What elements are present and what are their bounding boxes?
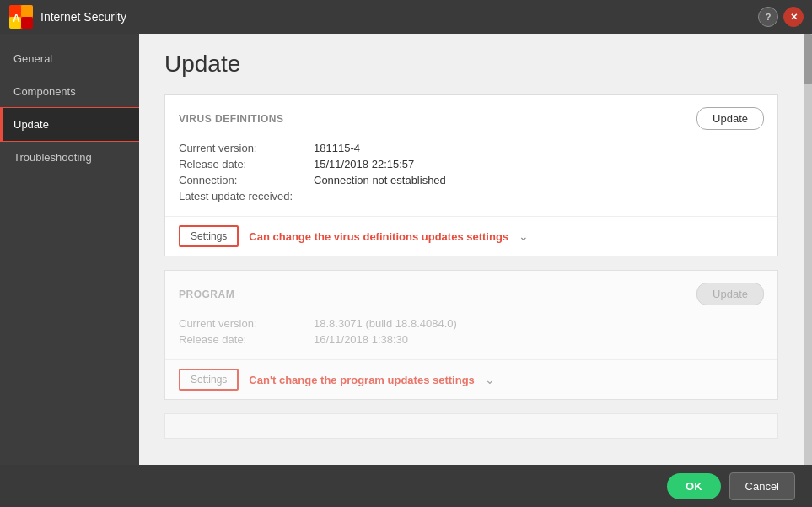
- virus-connection-value: Connection not established: [314, 174, 446, 186]
- program-section-title: PROGRAM: [179, 289, 234, 300]
- virus-current-version-row: Current version: 181115-4: [179, 142, 764, 154]
- program-header-right: Update: [696, 283, 764, 305]
- virus-connection-row: Connection: Connection not established: [179, 174, 764, 186]
- program-annotation: Can't change the program updates setting…: [249, 374, 474, 386]
- virus-header-right: Update: [696, 107, 764, 130]
- sidebar-item-components[interactable]: Components: [0, 75, 139, 108]
- help-button[interactable]: ?: [758, 7, 778, 27]
- virus-definitions-card: VIRUS DEFINITIONS Update Current version…: [164, 94, 778, 256]
- titlebar-controls: ? ✕: [758, 7, 804, 27]
- virus-latest-label: Latest update received:: [179, 190, 314, 202]
- virus-card-footer: Settings Can change the virus definition…: [165, 216, 777, 256]
- program-update-button[interactable]: Update: [696, 283, 764, 305]
- program-release-label: Release date:: [179, 333, 314, 346]
- program-settings-button[interactable]: Settings: [179, 369, 239, 391]
- virus-release-date-row: Release date: 15/11/2018 22:15:57: [179, 158, 764, 170]
- virus-version-label: Current version:: [179, 142, 314, 154]
- virus-latest-value: —: [314, 190, 325, 202]
- sidebar-item-troubleshooting[interactable]: Troubleshooting: [0, 141, 139, 174]
- program-card: PROGRAM Update Current version: 18.8.307…: [164, 270, 778, 400]
- virus-card-header: VIRUS DEFINITIONS Update: [165, 95, 777, 138]
- app-logo: A: [8, 4, 34, 30]
- titlebar: A Internet Security ? ✕: [0, 0, 812, 34]
- main-layout: General Components Update Troubleshootin…: [0, 34, 812, 465]
- virus-section-title: VIRUS DEFINITIONS: [179, 113, 284, 125]
- sidebar: General Components Update Troubleshootin…: [0, 34, 139, 465]
- cancel-button[interactable]: Cancel: [729, 472, 795, 500]
- sidebar-item-update[interactable]: Update: [0, 108, 139, 141]
- sidebar-item-general[interactable]: General: [0, 42, 139, 75]
- close-button[interactable]: ✕: [783, 7, 804, 27]
- page-title: Update: [164, 51, 778, 78]
- virus-latest-update-row: Latest update received: —: [179, 190, 764, 202]
- program-card-content: Current version: 18.8.3071 (build 18.8.4…: [165, 314, 777, 359]
- third-card-partial: [164, 413, 778, 439]
- virus-release-label: Release date:: [179, 158, 314, 170]
- virus-settings-button[interactable]: Settings: [179, 225, 239, 247]
- ok-button[interactable]: OK: [667, 473, 721, 499]
- virus-version-value: 181115-4: [314, 142, 360, 154]
- bottom-bar: OK Cancel: [0, 465, 812, 507]
- program-chevron-icon: ⌄: [485, 373, 495, 386]
- scrollbar-track[interactable]: [804, 34, 812, 465]
- svg-rect-4: [21, 17, 33, 29]
- program-card-header: PROGRAM Update: [165, 271, 777, 314]
- program-release-date-row: Release date: 16/11/2018 1:38:30: [179, 333, 764, 346]
- program-release-value: 16/11/2018 1:38:30: [314, 333, 408, 346]
- virus-update-button[interactable]: Update: [696, 107, 764, 130]
- virus-card-content: Current version: 181115-4 Release date: …: [165, 138, 777, 216]
- program-current-version-row: Current version: 18.8.3071 (build 18.8.4…: [179, 317, 764, 330]
- svg-text:A: A: [13, 13, 20, 24]
- scrollbar-thumb[interactable]: [804, 34, 812, 84]
- virus-annotation: Can change the virus definitions updates…: [249, 230, 508, 243]
- virus-release-value: 15/11/2018 22:15:57: [314, 158, 414, 170]
- program-card-footer: Settings Can't change the program update…: [165, 359, 777, 399]
- program-version-label: Current version:: [179, 317, 314, 330]
- titlebar-app-title: Internet Security: [40, 10, 758, 24]
- program-version-value: 18.8.3071 (build 18.8.4084.0): [314, 317, 457, 330]
- svg-rect-2: [21, 5, 33, 17]
- virus-chevron-icon: ⌄: [519, 229, 529, 243]
- virus-connection-label: Connection:: [179, 174, 314, 186]
- content-area: Update VIRUS DEFINITIONS Update Current …: [139, 34, 804, 465]
